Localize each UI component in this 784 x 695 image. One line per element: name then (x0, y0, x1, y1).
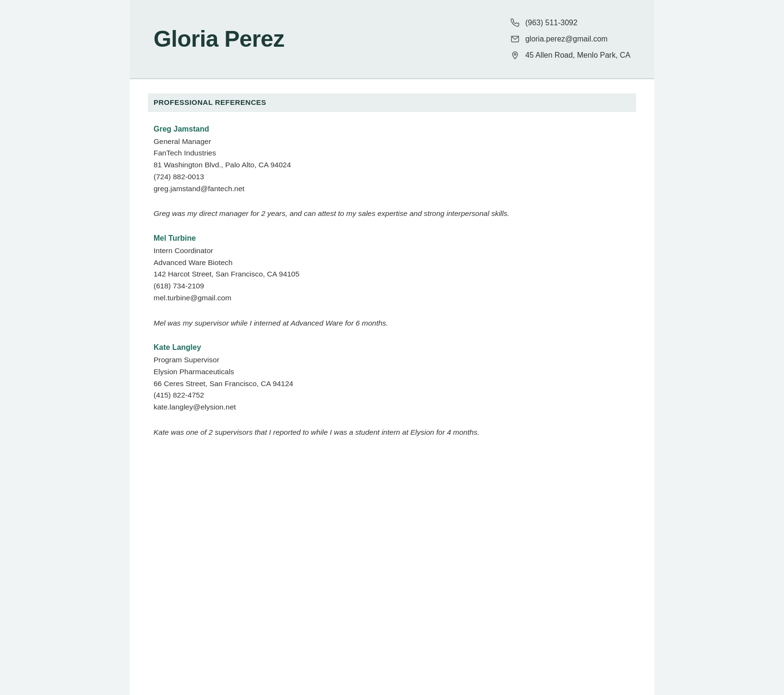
reference-company-2: Advanced Ware Biotech (154, 257, 630, 269)
reference-title-1: General Manager (154, 136, 630, 148)
reference-address-2: 142 Harcot Street, San Francisco, CA 941… (154, 268, 630, 280)
email-address: gloria.perez@gmail.com (525, 33, 608, 45)
reference-title-3: Program Supervisor (154, 354, 630, 366)
candidate-name: Gloria Perez (154, 22, 284, 56)
reference-phone-3: (415) 822-4752 (154, 389, 630, 401)
reference-address-1: 81 Washington Blvd., Palo Alto, CA 94024 (154, 159, 630, 171)
header: Gloria Perez (963) 511-3092 gloria.pere (130, 0, 654, 78)
section-title: PROFESSIONAL REFERENCES (154, 97, 630, 108)
reference-email-3: kate.langley@elysion.net (154, 401, 630, 413)
reference-name-2: Mel Turbine (154, 233, 630, 244)
reference-block-1: Greg Jamstand General Manager FanTech In… (154, 123, 630, 195)
email-icon (510, 34, 520, 44)
reference-name-3: Kate Langley (154, 342, 630, 353)
reference-company-1: FanTech Industries (154, 147, 630, 159)
reference-phone-2: (618) 734-2109 (154, 280, 630, 292)
reference-address-3: 66 Ceres Street, San Francisco, CA 94124 (154, 378, 630, 390)
main-content: PROFESSIONAL REFERENCES Greg Jamstand Ge… (130, 79, 654, 475)
location-icon (510, 50, 520, 61)
reference-note-3: Kate was one of 2 supervisors that I rep… (154, 427, 630, 438)
reference-title-2: Intern Coordinator (154, 245, 630, 257)
phone-icon (510, 18, 520, 28)
reference-name-1: Greg Jamstand (154, 123, 630, 135)
reference-email-1: greg.jamstand@fantech.net (154, 183, 630, 195)
reference-company-3: Elysion Pharmaceuticals (154, 366, 630, 378)
reference-note-2: Mel was my supervisor while I interned a… (154, 317, 630, 328)
reference-block-3: Kate Langley Program Supervisor Elysion … (154, 342, 630, 413)
phone-number: (963) 511-3092 (525, 17, 577, 29)
mailing-address: 45 Allen Road, Menlo Park, CA (525, 50, 630, 61)
reference-email-2: mel.turbine@gmail.com (154, 292, 630, 304)
contact-info: (963) 511-3092 gloria.perez@gmail.com (510, 17, 630, 61)
reference-phone-1: (724) 882-0013 (154, 171, 630, 183)
resume-wrapper: Gloria Perez (963) 511-3092 gloria.pere (130, 0, 654, 695)
reference-note-1: Greg was my direct manager for 2 years, … (154, 208, 630, 219)
address-contact: 45 Allen Road, Menlo Park, CA (510, 50, 630, 61)
email-contact: gloria.perez@gmail.com (510, 33, 630, 45)
svg-point-1 (515, 53, 516, 55)
reference-block-2: Mel Turbine Intern Coordinator Advanced … (154, 233, 630, 304)
section-header: PROFESSIONAL REFERENCES (148, 93, 636, 112)
phone-contact: (963) 511-3092 (510, 17, 630, 29)
